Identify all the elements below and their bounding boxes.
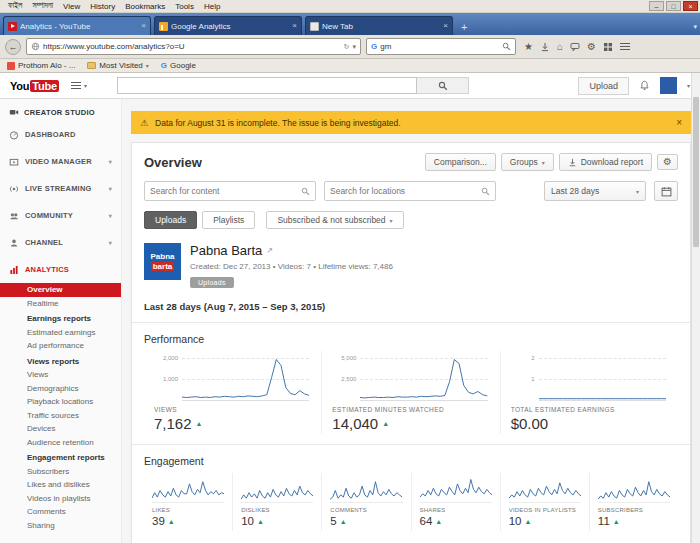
minutes-watched-metric[interactable]: 5,000 2,500 ESTIMATED MINUTES WATCHED 14… [321,351,499,434]
reload-icon[interactable]: ↻ [344,43,350,51]
tab-analytics-youtube[interactable]: Analytics - YouTube × [3,16,151,35]
search-icon[interactable] [502,42,511,51]
list-all-tabs-icon[interactable]: ▾ [693,23,697,31]
back-button[interactable]: ← [5,39,21,55]
sidebar-analytics-audience-retention[interactable]: Audience retention [0,436,121,450]
scrollbar-thumb[interactable] [693,97,699,247]
bookmark-label: Most Visited [99,61,142,70]
menu-tools[interactable]: Tools [170,2,199,11]
menu-view[interactable]: View [58,2,85,11]
channel-name[interactable]: Pabna Barta [190,243,262,258]
tab-close-icon[interactable]: × [292,22,297,30]
browser-search-input[interactable] [380,42,499,51]
apps-grid-icon[interactable] [603,42,613,52]
tab-new-tab[interactable]: New Tab × [305,16,453,35]
sidebar-analytics-estimated-earnings[interactable]: Estimated earnings [0,326,121,340]
sidebar-analytics-demographics[interactable]: Demographics [0,382,121,396]
settings-gear-icon[interactable]: ⚙ [587,42,596,52]
page-scrollbar[interactable] [691,73,700,543]
filter-playlists-chip[interactable]: Playlists [202,211,255,229]
page-viewport: You Tube ▾ Upload ▾ [0,73,700,543]
sidebar-analytics-realtime[interactable]: Realtime [0,297,121,311]
content-search-field[interactable] [144,181,316,201]
youtube-search-button[interactable] [417,77,469,94]
metric-label: COMMENTS [330,507,402,513]
bookmark-most-visited[interactable]: Most Visited ▾ [87,61,148,70]
views-metric[interactable]: 2,000 1,000 VIEWS 7,162 ▲ [144,351,321,434]
sidebar-item-community[interactable]: COMMUNITY ▾ [0,202,121,229]
browser-search-bar[interactable]: G [366,38,516,55]
downloads-icon[interactable] [540,42,550,52]
url-bar[interactable]: ↻ ▾ [26,38,361,55]
menu-file[interactable]: ফাইল [3,1,27,11]
sidebar-analytics-playback-locations[interactable]: Playback locations [0,395,121,409]
window-maximize-button[interactable]: □ [666,1,681,11]
subscribers-metric[interactable]: SUBSCRIBERS 11▲ [589,473,678,531]
sidebar-item-channel[interactable]: CHANNEL ▾ [0,229,121,256]
youtube-search-input[interactable] [117,77,417,94]
earnings-metric[interactable]: 2 1 TOTAL ESTIMATED EARNINGS $0.00 [500,351,678,434]
bookmark-google[interactable]: G Google [161,61,196,70]
external-link-icon[interactable]: ↗ [266,246,273,255]
likes-metric[interactable]: LIKES 39▲ [144,473,232,531]
sidebar-analytics-overview[interactable]: Overview [0,283,121,297]
sidebar-item-dashboard[interactable]: DASHBOARD [0,121,121,148]
sidebar-item-analytics[interactable]: ANALYTICS [0,256,121,283]
user-avatar[interactable] [660,77,677,94]
report-settings-button[interactable]: ⚙ [657,154,678,170]
comparison-button[interactable]: Comparison... [425,153,496,171]
sidebar-analytics-videos-in-playlists[interactable]: Videos in playlists [0,492,121,506]
url-input[interactable] [43,42,341,51]
filter-uploads-chip[interactable]: Uploads [144,211,197,229]
locations-search-input[interactable] [330,186,481,196]
sidebar-analytics-likes-dislikes[interactable]: Likes and dislikes [0,478,121,492]
google-search-icon[interactable]: G [371,42,377,51]
shares-metric[interactable]: SHARES 64▲ [411,473,500,531]
home-icon[interactable]: ⌂ [557,42,563,52]
google-analytics-favicon [159,22,168,31]
metric-label: LIKES [152,507,224,513]
menu-help[interactable]: Help [199,2,225,11]
dislikes-metric[interactable]: DISLIKES 10▲ [232,473,321,531]
bookmark-prothom-alo[interactable]: Prothom Alo - ... [7,61,75,70]
url-dropdown-icon[interactable]: ▾ [352,43,356,51]
sidebar-analytics-ad-performance[interactable]: Ad performance [0,339,121,353]
menu-edit[interactable]: সম্পাদনা [27,1,58,11]
locations-search-field[interactable] [324,181,496,201]
banner-close-icon[interactable]: × [676,117,682,128]
guide-menu-button[interactable]: ▾ [71,82,87,90]
sidebar-analytics-subscribers[interactable]: Subscribers [0,465,121,479]
axis-tick: 2,000 [154,355,178,361]
new-tab-button[interactable]: + [456,22,472,35]
window-close-button[interactable]: × [683,1,698,11]
sidebar-analytics-sharing[interactable]: Sharing [0,519,121,533]
date-range-select[interactable]: Last 28 days ▾ [544,181,646,201]
videos-in-playlists-metric[interactable]: VIDEOS IN PLAYLISTS 10▲ [500,473,589,531]
sidebar-item-video-manager[interactable]: VIDEO MANAGER ▾ [0,148,121,175]
site-identity-globe-icon[interactable] [31,42,40,51]
sidebar-item-live-streaming[interactable]: LIVE STREAMING ▾ [0,175,121,202]
sidebar-analytics-traffic-sources[interactable]: Traffic sources [0,409,121,423]
comments-metric[interactable]: COMMENTS 5▲ [321,473,410,531]
bookmark-star-icon[interactable]: ★ [524,42,533,52]
notifications-bell-icon[interactable] [639,80,650,91]
menu-history[interactable]: History [85,2,120,11]
calendar-button[interactable] [654,181,678,201]
content-search-input[interactable] [150,186,301,196]
upload-button[interactable]: Upload [578,77,629,95]
groups-button[interactable]: Groups ▾ [501,153,554,171]
youtube-logo[interactable]: You Tube [10,80,59,92]
sidebar-analytics-views[interactable]: Views [0,368,121,382]
chat-icon[interactable] [570,42,580,52]
window-minimize-button[interactable]: – [649,1,664,11]
download-report-button[interactable]: Download report [559,153,652,171]
tab-google-analytics[interactable]: Google Analytics × [154,16,302,35]
channel-avatar[interactable]: Pabna barta [144,243,181,280]
sidebar-analytics-devices[interactable]: Devices [0,422,121,436]
subscribed-filter-chip[interactable]: Subscribed & not subscribed ▾ [266,211,403,229]
tab-close-icon[interactable]: × [141,22,146,30]
hamburger-menu-icon[interactable] [620,43,630,51]
sidebar-analytics-comments[interactable]: Comments [0,505,121,519]
menu-bookmarks[interactable]: Bookmarks [120,2,170,11]
tab-close-icon[interactable]: × [443,22,448,30]
